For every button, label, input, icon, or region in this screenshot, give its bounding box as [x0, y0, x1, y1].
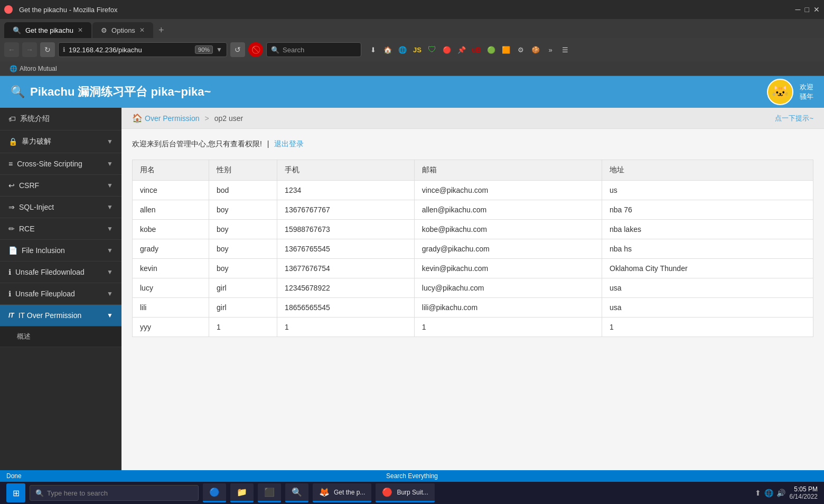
table-cell: 13677676754 — [277, 259, 415, 278]
address-bar[interactable]: ℹ 192.168.42.236/pikachu 90% ▼ — [58, 42, 227, 57]
table-cell: 13676765545 — [277, 239, 415, 259]
sidebar-item-file-dl-left: ℹ Unsafe Filedownload — [8, 268, 85, 276]
breadcrumb-link[interactable]: Over Permission — [145, 114, 199, 123]
sidebar-item-rce[interactable]: ✏ RCE ▼ — [0, 218, 121, 240]
browser-window-icon — [4, 5, 13, 14]
tab-close-button[interactable]: ✕ — [78, 26, 83, 34]
tab-options[interactable]: ⚙ Options ✕ — [92, 22, 153, 38]
sidebar-sub-item-overview[interactable]: 概述 — [0, 326, 121, 347]
ublock-icon[interactable]: uB — [470, 43, 483, 56]
globe-icon[interactable]: 🌐 — [396, 43, 409, 56]
table-row: allenboy13676767767allen@pikachu.comnba … — [133, 200, 813, 220]
tray-volume-icon[interactable]: 🔊 — [776, 489, 785, 497]
minimize-icon[interactable]: ─ — [795, 5, 801, 14]
hint-link[interactable]: 点一下提示~ — [775, 114, 813, 123]
info-icon-dl: ℹ — [8, 268, 11, 276]
taskbar-app-folder[interactable]: 📁 — [230, 483, 254, 502]
taskbar-search[interactable]: 🔍 Type here to search — [30, 485, 199, 501]
logout-link[interactable]: 退出登录 — [274, 139, 304, 148]
table-cell: allen — [133, 200, 209, 220]
sidebar-item-intro[interactable]: 🏷 系统介绍 — [0, 108, 121, 130]
search-bar[interactable]: 🔍 Search — [266, 42, 361, 57]
sidebar-item-csrf-left: ↩ CSRF — [8, 181, 39, 190]
taskbar-app-edge[interactable]: 🔵 — [203, 483, 226, 502]
welcome-text: 欢迎 骚年 — [800, 82, 813, 101]
sidebar-item-sql[interactable]: ⇒ SQL-Inject ▼ — [0, 197, 121, 218]
cookie-icon[interactable]: 🍪 — [529, 43, 542, 56]
chevron-down-icon-over-perm: ▼ — [107, 312, 113, 319]
sidebar-item-file-inc-left: 📄 File Inclusion — [8, 246, 65, 255]
sidebar-item-intro-label: 系统介绍 — [20, 114, 50, 124]
extension-icon[interactable]: 📌 — [455, 43, 468, 56]
app-container: 🔍 Pikachu 漏洞练习平台 pika~pika~ 🐱 欢迎 骚年 🏷 系统… — [0, 76, 824, 470]
red-icon[interactable]: 🔴 — [441, 43, 453, 56]
reload-button[interactable]: ↺ — [230, 42, 245, 57]
sidebar-item-xss[interactable]: ≡ Cross-Site Scripting ▼ — [0, 153, 121, 175]
table-header-row: 用名 性别 手机 邮箱 地址 — [133, 160, 813, 181]
taskbar-search-icon: 🔍 — [35, 489, 44, 497]
zoom-badge[interactable]: 90% — [195, 45, 213, 54]
taskbar-app-burpsuite[interactable]: 🔴 Burp Suit... — [376, 483, 434, 502]
welcome-text-msg: 欢迎来到后台管理中心,您只有查看权限! — [132, 139, 262, 148]
app-header: 🔍 Pikachu 漏洞练习平台 pika~pika~ 🐱 欢迎 骚年 — [0, 76, 824, 108]
sidebar-item-file-dl[interactable]: ℹ Unsafe Filedownload ▼ — [0, 262, 121, 283]
table-cell: kobe — [133, 220, 209, 239]
privacy-icon[interactable]: 🛡 — [426, 43, 438, 56]
table-cell: usa — [602, 298, 813, 318]
bookmark-altoro[interactable]: 🌐 Altoro Mutual — [6, 64, 60, 73]
no-script-icon: 🚫 — [248, 42, 263, 57]
taskbar-search-placeholder: Type here to search — [47, 489, 108, 497]
breadcrumb: 🏠 Over Permission > op2 user — [132, 113, 243, 123]
table-cell: 12345678922 — [277, 278, 415, 298]
content-panel: 🏠 Over Permission > op2 user 点一下提示~ 欢迎来到… — [121, 108, 824, 470]
home-icon[interactable]: 🏠 — [381, 43, 394, 56]
table-cell: kobe@pikachu.com — [414, 220, 602, 239]
chevron-down-icon-sql: ▼ — [107, 203, 113, 211]
table-body: vincebod1234vince@pikachu.comusallenboy1… — [133, 181, 813, 337]
table-cell: 1 — [209, 318, 277, 337]
chevron-down-icon-file-inc: ▼ — [107, 247, 113, 254]
sidebar-item-file-ul[interactable]: ℹ Unsafe Fileupload ▼ — [0, 283, 121, 305]
orange-icon[interactable]: 🟧 — [500, 43, 512, 56]
col-phone: 手机 — [277, 160, 415, 181]
tray-network-icon[interactable]: 🌐 — [764, 489, 773, 497]
chevron-down-icon-file-dl: ▼ — [107, 268, 113, 276]
js-icon[interactable]: JS — [411, 43, 424, 56]
tab-options-close-button[interactable]: ✕ — [139, 26, 145, 34]
content-body: 欢迎来到后台管理中心,您只有查看权限! | 退出登录 用名 性别 手机 邮箱 地… — [121, 129, 824, 348]
menu-icon[interactable]: ☰ — [559, 43, 572, 56]
more-icon[interactable]: » — [544, 43, 557, 56]
sidebar-item-file-inc[interactable]: 📄 File Inclusion ▼ — [0, 240, 121, 262]
sidebar-item-brute[interactable]: 🔒 暴力破解 ▼ — [0, 130, 121, 153]
table-cell: girl — [209, 298, 277, 318]
close-icon[interactable]: ✕ — [813, 5, 820, 14]
table-cell: nba 76 — [602, 200, 813, 220]
back-button[interactable]: ← — [4, 42, 19, 57]
tab-get-pikachu[interactable]: 🔍 Get the pikachu ✕ — [4, 22, 91, 38]
table-row: yyy1111 — [133, 318, 813, 337]
clock-time: 5:05 PM — [790, 486, 818, 493]
sidebar-item-sql-label: SQL-Inject — [19, 203, 54, 211]
maximize-icon[interactable]: □ — [805, 5, 809, 14]
table-cell: 18656565545 — [277, 298, 415, 318]
refresh-button[interactable]: ↻ — [40, 42, 55, 57]
forward-button[interactable]: → — [22, 42, 37, 57]
sidebar-item-file-inc-label: File Inclusion — [22, 246, 65, 255]
start-button[interactable]: ⊞ — [6, 483, 25, 502]
status-center: Search Everything — [386, 472, 438, 480]
new-tab-button[interactable]: + — [154, 22, 168, 38]
sidebar-item-csrf[interactable]: ↩ CSRF ▼ — [0, 175, 121, 197]
tray-up-icon[interactable]: ⬆ — [755, 489, 761, 497]
csrf-icon: ↩ — [8, 181, 15, 190]
taskbar-app-terminal[interactable]: ⬛ — [258, 483, 281, 502]
gear-icon[interactable]: ⚙ — [514, 43, 527, 56]
table-cell: 1234 — [277, 181, 415, 200]
download-icon[interactable]: ⬇ — [367, 43, 379, 56]
sidebar-item-over-perm[interactable]: IT IT Over Permission ▼ — [0, 305, 121, 326]
green-icon[interactable]: 🟢 — [485, 43, 498, 56]
taskbar-app-search-everything[interactable]: 🔍 — [285, 483, 308, 502]
table-cell: lucy@pikachu.com — [414, 278, 602, 298]
tab-bar: 🔍 Get the pikachu ✕ ⚙ Options ✕ + — [0, 19, 824, 38]
taskbar-app-firefox[interactable]: 🦊 Get the p... — [313, 483, 371, 502]
dropdown-icon[interactable]: ▼ — [216, 46, 222, 53]
